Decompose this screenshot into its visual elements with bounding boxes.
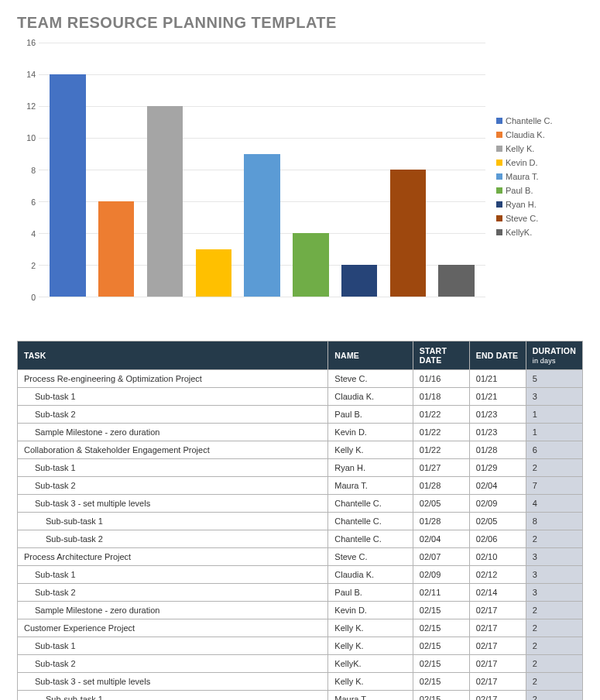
col-duration-label: DURATION [533,346,576,355]
cell-end-date: 02/06 [469,530,526,548]
cell-task: Process Architecture Project [18,548,328,566]
table-row: Sub-task 1Claudia K.01/1801/213 [18,388,583,406]
chart-bar [98,201,134,297]
table-row: Sub-sub-task 1Chantelle C.01/2802/058 [18,513,583,530]
cell-start-date: 02/15 [413,673,469,691]
cell-start-date: 02/15 [413,619,469,637]
cell-start-date: 01/18 [413,388,469,406]
cell-start-date: 02/09 [413,566,469,584]
cell-start-date: 01/28 [413,513,469,530]
cell-task: Sub-task 1 [18,388,328,406]
cell-end-date: 02/14 [469,584,526,602]
legend-swatch-icon [496,118,502,124]
cell-end-date: 02/04 [469,477,526,495]
legend-swatch-icon [496,187,502,194]
col-task: TASK [18,341,328,370]
cell-duration: 1 [526,406,582,424]
table-row: Sample Milestone - zero durationKevin D.… [18,602,583,619]
legend-item: Chantelle C. [496,116,583,125]
legend-swatch-icon [496,201,502,208]
cell-task: Customer Experience Project [18,619,328,637]
cell-end-date: 01/23 [469,424,526,441]
cell-name: Ryan H. [328,459,413,477]
chart-bar-slot [286,43,335,297]
cell-end-date: 01/29 [469,459,526,477]
legend-swatch-icon [496,146,502,152]
cell-end-date: 02/17 [469,655,526,673]
cell-duration: 4 [526,495,582,513]
chart-ytick: 16 [17,38,36,47]
cell-name: Maura T. [328,691,413,701]
table-row: Sub-task 1Claudia K.02/0902/123 [18,566,583,584]
page-title: TEAM RESOURCE PLANNING TEMPLATE [17,14,583,32]
cell-end-date: 01/21 [469,388,526,406]
chart-bar-slot [335,43,384,297]
chart-bar [50,74,85,297]
legend-label: Steve C. [506,214,538,223]
cell-start-date: 02/07 [413,548,469,566]
cell-end-date: 02/17 [469,637,526,655]
cell-start-date: 01/22 [413,424,469,441]
cell-name: Kelly K. [328,673,413,691]
legend-item: Steve C. [496,214,583,223]
cell-name: Chantelle C. [328,513,413,530]
chart-ytick: 10 [17,133,36,142]
cell-name: Paul B. [328,584,413,602]
cell-task: Sub-task 2 [18,655,328,673]
chart-ytick: 6 [17,197,36,207]
legend-swatch-icon [496,173,502,180]
col-end: END DATE [469,341,526,370]
legend-item: KellyK. [496,228,583,237]
cell-name: Kelly K. [328,619,413,637]
chart-bar [341,265,377,297]
cell-duration: 2 [526,602,582,619]
legend-item: Kelly K. [496,144,583,153]
chart-bar [438,265,474,297]
cell-start-date: 02/11 [413,584,469,602]
cell-task: Sample Milestone - zero duration [18,424,328,441]
cell-end-date: 02/17 [469,691,526,701]
cell-task: Sample Milestone - zero duration [18,602,328,619]
table-row: Sub-task 2Paul B.01/2201/231 [18,406,583,424]
chart-bar-slot [189,43,238,297]
cell-start-date: 02/15 [413,691,469,701]
legend-label: Kelly K. [506,144,534,153]
cell-name: Paul B. [328,406,413,424]
chart-bar-slot [92,43,141,297]
cell-end-date: 02/12 [469,566,526,584]
chart-ytick: 0 [17,293,36,302]
cell-name: KellyK. [328,655,413,673]
table-row: Sub-task 3 - set multiple levelsKelly K.… [18,673,583,691]
legend-swatch-icon [496,229,502,235]
table-header-row: TASK NAME START DATE END DATE DURATION i… [18,341,583,370]
table-row: Sub-task 1Kelly K.02/1502/172 [18,637,583,655]
legend-swatch-icon [496,132,502,138]
cell-task: Sub-task 2 [18,584,328,602]
chart-ytick: 12 [17,101,36,111]
cell-duration: 3 [526,388,582,406]
cell-duration: 3 [526,584,582,602]
cell-duration: 2 [526,530,582,548]
chart-legend: Chantelle C.Claudia K.Kelly K.Kevin D.Ma… [496,43,583,310]
chart-bar [244,154,279,297]
cell-duration: 2 [526,619,582,637]
cell-duration: 2 [526,673,582,691]
cell-end-date: 01/23 [469,406,526,424]
cell-duration: 5 [526,370,582,388]
legend-swatch-icon [496,215,502,221]
cell-start-date: 02/04 [413,530,469,548]
cell-duration: 2 [526,637,582,655]
cell-task: Sub-task 1 [18,459,328,477]
cell-name: Chantelle C. [328,495,413,513]
col-start: START DATE [413,341,469,370]
cell-name: Chantelle C. [328,530,413,548]
cell-name: Kelly K. [328,637,413,655]
cell-start-date: 02/15 [413,655,469,673]
legend-label: Paul B. [506,186,533,195]
cell-start-date: 02/15 [413,602,469,619]
cell-end-date: 02/17 [469,619,526,637]
cell-start-date: 02/05 [413,495,469,513]
chart-bar [147,106,183,297]
table-row: Process Architecture ProjectSteve C.02/0… [18,548,583,566]
table-row: Sample Milestone - zero durationKevin D.… [18,424,583,441]
